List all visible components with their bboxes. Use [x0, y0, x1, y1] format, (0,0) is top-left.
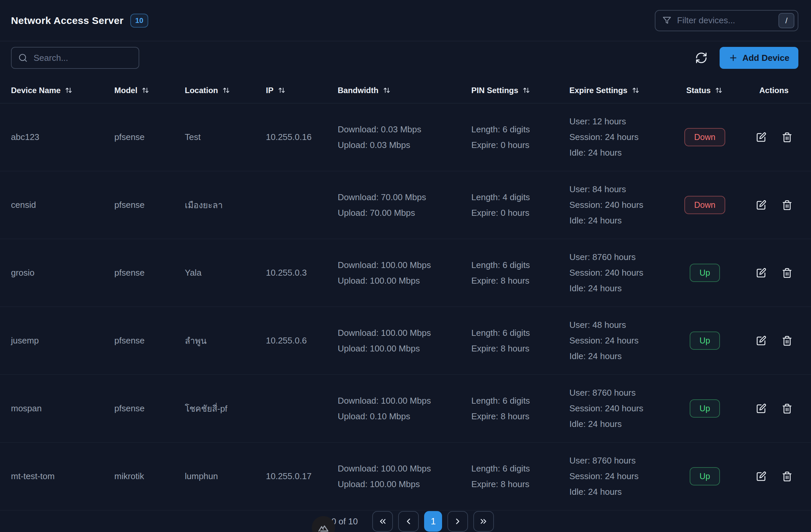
search-field[interactable] — [11, 47, 139, 69]
pin-settings-cell: Length: 4 digits Expire: 0 hours — [471, 192, 569, 218]
filter-devices-field[interactable]: / — [655, 10, 798, 31]
refresh-icon — [695, 51, 708, 64]
delete-button[interactable] — [781, 267, 793, 279]
expire-settings-cell: User: 8760 hours Session: 24 hours Idle:… — [569, 456, 669, 497]
column-header-ip[interactable]: IP — [266, 86, 338, 95]
model-cell: pfsense — [114, 403, 185, 414]
trash-icon — [782, 335, 792, 346]
add-device-button[interactable]: Add Device — [720, 47, 798, 69]
search-icon — [18, 53, 28, 63]
edit-button[interactable] — [755, 471, 767, 483]
actions-cell — [740, 402, 807, 415]
page-1-button[interactable]: 1 — [424, 511, 442, 532]
expire-settings-cell: User: 84 hours Session: 240 hours Idle: … — [569, 184, 669, 226]
expire-settings-cell: User: 12 hours Session: 24 hours Idle: 2… — [569, 116, 669, 158]
edit-button[interactable] — [755, 199, 767, 211]
edit-pencil-square-icon — [756, 403, 766, 414]
expire-settings-cell: User: 48 hours Session: 24 hours Idle: 2… — [569, 320, 669, 362]
title-wrap: Network Access Server 10 — [11, 14, 148, 28]
delete-button[interactable] — [781, 199, 793, 211]
trash-icon — [782, 268, 792, 278]
ip-cell: 10.255.0.6 — [266, 335, 338, 346]
column-header-actions: Actions — [740, 86, 807, 95]
status-cell: Up — [690, 467, 720, 485]
add-device-label: Add Device — [742, 53, 790, 63]
status-cell: Up — [690, 264, 720, 282]
status-cell: Up — [690, 332, 720, 350]
sort-arrows-icon — [64, 86, 73, 95]
status-badge: Up — [690, 399, 720, 417]
delete-button[interactable] — [781, 402, 793, 415]
pagination: 1–10 of 10 1 — [0, 511, 811, 532]
trash-icon — [782, 471, 792, 482]
actions-cell — [740, 131, 807, 143]
sort-arrows-icon — [222, 86, 231, 95]
top-bar: Network Access Server 10 / — [0, 0, 811, 41]
delete-button[interactable] — [781, 335, 793, 347]
chevrons-left-icon — [378, 517, 387, 526]
funnel-icon — [662, 16, 672, 25]
ip-cell: 10.255.0.16 — [266, 132, 338, 142]
pin-settings-cell: Length: 6 digits Expire: 8 hours — [471, 396, 569, 422]
last-page-button[interactable] — [473, 511, 494, 532]
column-header-bandwidth[interactable]: Bandwidth — [338, 86, 471, 95]
first-page-button[interactable] — [372, 511, 393, 532]
table-row: censid pfsense เมืองยะลา Download: 70.00… — [0, 171, 811, 239]
sort-arrows-icon — [714, 86, 723, 95]
mountain-logo-icon — [317, 522, 330, 532]
edit-pencil-square-icon — [756, 132, 766, 143]
column-header-pin-settings[interactable]: PIN Settings — [471, 86, 569, 95]
status-badge: Up — [690, 467, 720, 485]
next-page-button[interactable] — [447, 511, 468, 532]
edit-button[interactable] — [755, 267, 767, 279]
edit-button[interactable] — [755, 335, 767, 347]
toolbar-right: Add Device — [693, 47, 798, 69]
column-header-location[interactable]: Location — [185, 86, 266, 95]
delete-button[interactable] — [781, 471, 793, 483]
refresh-button[interactable] — [693, 49, 709, 66]
model-cell: mikrotik — [114, 471, 185, 482]
model-cell: pfsense — [114, 200, 185, 210]
column-header-device-name[interactable]: Device Name — [11, 86, 114, 95]
location-cell: ลำพูน — [185, 334, 266, 348]
expire-settings-cell: User: 8760 hours Session: 240 hours Idle… — [569, 252, 669, 293]
edit-button[interactable] — [755, 402, 767, 415]
search-input[interactable] — [34, 53, 132, 63]
edit-pencil-square-icon — [756, 471, 766, 482]
edit-button[interactable] — [755, 131, 767, 143]
table-row: grosio pfsense Yala 10.255.0.3 Download:… — [0, 239, 811, 307]
location-cell: โชคชัยสี่-pf — [185, 402, 266, 415]
pin-settings-cell: Length: 6 digits Expire: 8 hours — [471, 463, 569, 489]
trash-icon — [782, 403, 792, 414]
device-name-cell: jusemp — [11, 335, 114, 346]
bandwidth-cell: Download: 100.00 Mbps Upload: 100.00 Mbp… — [338, 328, 471, 354]
sort-arrows-icon — [382, 86, 391, 95]
table-row: jusemp pfsense ลำพูน 10.255.0.6 Download… — [0, 307, 811, 375]
edit-pencil-square-icon — [756, 335, 766, 346]
status-cell: Up — [690, 399, 720, 417]
sort-arrows-icon — [277, 86, 286, 95]
device-name-cell: grosio — [11, 268, 114, 278]
toolbar: Add Device — [0, 41, 811, 69]
device-count-badge: 10 — [130, 14, 148, 28]
device-name-cell: abc123 — [11, 132, 114, 142]
status-cell: Down — [684, 128, 725, 146]
slash-shortcut-key: / — [778, 13, 794, 28]
bandwidth-cell: Download: 100.00 Mbps Upload: 100.00 Mbp… — [338, 463, 471, 489]
previous-page-button[interactable] — [398, 511, 419, 532]
ip-cell: 10.255.0.3 — [266, 268, 338, 278]
sort-arrows-icon — [631, 86, 640, 95]
filter-devices-input[interactable] — [677, 15, 773, 26]
column-header-status[interactable]: Status — [669, 86, 740, 95]
model-cell: pfsense — [114, 268, 185, 278]
location-cell: เมืองยะลา — [185, 198, 266, 212]
device-name-cell: mt-test-tom — [11, 471, 114, 482]
edit-pencil-square-icon — [756, 268, 766, 278]
column-header-model[interactable]: Model — [114, 86, 185, 95]
delete-button[interactable] — [781, 131, 793, 143]
bandwidth-cell: Download: 70.00 Mbps Upload: 70.00 Mbps — [338, 192, 471, 218]
location-cell: Test — [185, 132, 266, 142]
column-header-expire-settings[interactable]: Expire Settings — [569, 86, 669, 95]
table-row: mospan pfsense โชคชัยสี่-pf Download: 10… — [0, 375, 811, 443]
trash-icon — [782, 200, 792, 211]
